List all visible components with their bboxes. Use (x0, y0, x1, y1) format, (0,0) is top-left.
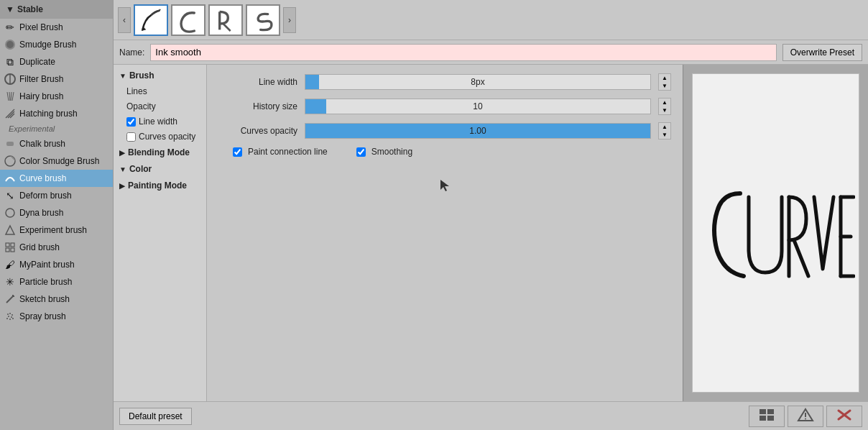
sidebar-item-filter-brush[interactable]: Filter Brush (0, 70, 113, 88)
bottom-btn-1[interactable] (749, 406, 785, 427)
brush-section-label: Brush (129, 70, 154, 81)
bottom-btn-2[interactable] (788, 406, 823, 427)
history-size-up[interactable]: ▲ (659, 99, 670, 106)
curves-opacity-down[interactable]: ▼ (659, 131, 670, 139)
opt-curves-opacity-checkbox[interactable] (126, 132, 136, 142)
left-arrow-icon: ‹ (123, 15, 126, 25)
settings-panel: Line width 8px ▲ ▼ History size 10 (207, 65, 683, 401)
sidebar: ▼ Stable ✏ Pixel Brush Smudge Brush ⧉ Du… (0, 0, 114, 430)
sidebar-item-hatching-brush[interactable]: Hatching brush (0, 105, 113, 122)
opt-line-width-checkbox[interactable] (126, 117, 136, 127)
curves-opacity-up[interactable]: ▲ (659, 123, 670, 131)
svg-rect-16 (11, 243, 14, 247)
grid-brush-icon (4, 242, 16, 253)
bottom-btn-2-icon (797, 408, 814, 425)
opt-opacity[interactable]: Opacity (114, 99, 206, 114)
opt-opacity-label: Opacity (126, 101, 156, 111)
line-width-row: Line width 8px ▲ ▼ (218, 73, 671, 91)
sidebar-item-grid-brush[interactable]: Grid brush (0, 239, 113, 256)
curves-opacity-label: Curves opacity (218, 126, 297, 136)
sidebar-item-experimental[interactable]: Experimental (0, 122, 113, 135)
paint-connection-checkbox[interactable] (233, 147, 242, 157)
sidebar-item-chalk-brush[interactable]: Chalk brush (0, 135, 113, 152)
color-section-arrow: ▼ (119, 165, 126, 173)
line-width-up[interactable]: ▲ (659, 74, 670, 82)
sidebar-item-particle-brush[interactable]: ✳ Particle brush (0, 273, 113, 291)
sidebar-item-deform-brush[interactable]: ⤡ Deform brush (0, 187, 113, 204)
smoothing-row: Smoothing (349, 147, 412, 157)
default-preset-button[interactable]: Default preset (119, 408, 192, 425)
sidebar-item-label: Experimental (9, 124, 55, 133)
sidebar-item-label: Hairy brush (19, 91, 63, 101)
sidebar-item-label: Smudge Brush (19, 40, 76, 50)
svg-rect-33 (767, 409, 774, 414)
smoothing-label[interactable]: Smoothing (371, 147, 412, 157)
sidebar-item-label: Pixel Brush (19, 22, 63, 32)
sidebar-item-experiment-brush[interactable]: Experiment brush (0, 221, 113, 239)
opt-lines-label: Lines (126, 86, 147, 96)
sidebar-item-dyna-brush[interactable]: Dyna brush (0, 204, 113, 221)
opt-line-width-label: Line width (139, 116, 177, 127)
sidebar-item-label: Deform brush (19, 191, 72, 201)
svg-rect-15 (6, 243, 9, 247)
sidebar-item-spray-brush[interactable]: Spray brush (0, 308, 113, 325)
bottom-btn-1-icon (758, 408, 775, 425)
bottom-right-buttons (749, 406, 862, 427)
sidebar-group-label: Stable (17, 4, 43, 14)
svg-rect-34 (760, 416, 766, 421)
line-width-spin: ▲ ▼ (658, 73, 671, 91)
preset-thumb-r[interactable] (208, 4, 243, 36)
opt-lines[interactable]: Lines (114, 84, 206, 99)
preset-thumb-s[interactable] (246, 4, 280, 36)
preset-next-button[interactable]: › (283, 7, 296, 33)
color-section-header[interactable]: ▼ Color (114, 161, 206, 177)
deform-brush-icon: ⤡ (4, 190, 16, 201)
duplicate-icon: ⧉ (4, 56, 16, 68)
sidebar-item-duplicate[interactable]: ⧉ Duplicate (0, 53, 113, 70)
opt-line-width[interactable]: Line width (114, 114, 206, 129)
preview-canvas (692, 73, 859, 393)
painting-mode-section-header[interactable]: ▶ Painting Mode (114, 178, 206, 193)
bottom-btn-3[interactable] (826, 406, 862, 427)
sidebar-item-smudge-brush[interactable]: Smudge Brush (0, 36, 113, 53)
triangle-icon: ▼ (6, 4, 14, 14)
sidebar-item-label: Sketch brush (19, 294, 70, 304)
sidebar-item-color-smudge-brush[interactable]: Color Smudge Brush (0, 152, 113, 170)
history-size-down[interactable]: ▼ (659, 106, 670, 114)
sidebar-item-sketch-brush[interactable]: Sketch brush (0, 291, 113, 308)
color-section-label: Color (129, 164, 152, 174)
line-width-down[interactable]: ▼ (659, 82, 670, 90)
hairy-brush-icon (4, 91, 16, 102)
preset-prev-button[interactable]: ‹ (118, 7, 131, 33)
name-input[interactable] (150, 44, 776, 61)
paint-connection-label[interactable]: Paint connection line (248, 147, 328, 157)
sidebar-item-label: Chalk brush (19, 139, 65, 149)
svg-point-37 (805, 418, 806, 419)
color-smudge-icon (4, 155, 16, 167)
sidebar-item-pixel-brush[interactable]: ✏ Pixel Brush (0, 19, 113, 36)
curves-opacity-slider[interactable]: 1.00 (305, 123, 651, 139)
smoothing-checkbox[interactable] (356, 147, 366, 157)
painting-mode-label: Painting Mode (128, 180, 187, 191)
blending-mode-label: Blending Mode (128, 147, 190, 157)
history-size-slider[interactable]: 10 (305, 99, 651, 114)
blending-mode-section-header[interactable]: ▶ Blending Mode (114, 145, 206, 160)
svg-line-7 (12, 92, 14, 101)
line-width-slider[interactable]: 8px (305, 74, 651, 90)
svg-point-27 (6, 318, 8, 319)
curves-opacity-row: Curves opacity 1.00 ▲ ▼ (218, 122, 671, 139)
preset-thumb-c[interactable] (171, 4, 206, 36)
preview-panel (683, 65, 868, 401)
sidebar-item-mypaint-brush[interactable]: 🖌 MyPaint brush (0, 256, 113, 273)
brush-section-header[interactable]: ▼ Brush (114, 68, 206, 83)
sidebar-item-curve-brush[interactable]: Curve brush (0, 170, 113, 187)
history-size-row: History size 10 ▲ ▼ (218, 98, 671, 115)
history-size-value: 10 (305, 101, 650, 111)
opt-curves-opacity-label: Curves opacity (139, 132, 195, 142)
sidebar-item-hairy-brush[interactable]: Hairy brush (0, 88, 113, 105)
overwrite-preset-button[interactable]: Overwrite Preset (782, 44, 862, 61)
sidebar-item-label: Duplicate (19, 57, 55, 67)
preset-thumb-ink[interactable] (134, 4, 168, 36)
opt-curves-opacity[interactable]: Curves opacity (114, 129, 206, 144)
svg-point-28 (9, 319, 11, 320)
